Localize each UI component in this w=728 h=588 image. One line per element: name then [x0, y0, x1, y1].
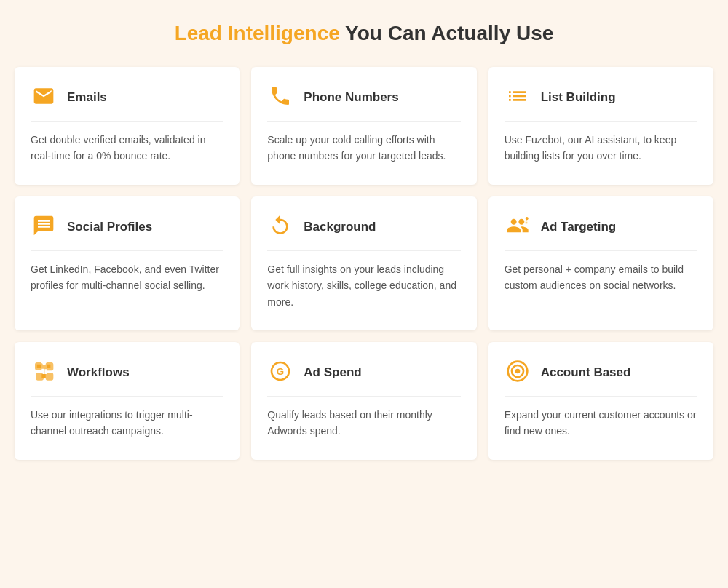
card-body-account-based: Expand your current customer accounts or… [505, 407, 697, 440]
card-header-list-building: List Building [505, 84, 697, 122]
title-rest: You Can Actually Use [340, 22, 554, 44]
card-ad-targeting: Ad Targeting Get personal + company emai… [488, 196, 713, 330]
card-emails: Emails Get double verified emails, valid… [15, 67, 240, 185]
icon-workflows [31, 359, 57, 386]
card-header-ad-spend: G Ad Spend [267, 359, 460, 397]
card-account-based: Account Based Expand your current custom… [488, 342, 713, 460]
card-title-social-profiles: Social Profiles [67, 220, 152, 234]
svg-text:G: G [277, 366, 284, 377]
icon-background [267, 214, 293, 240]
icon-social-profiles [31, 214, 57, 240]
card-title-workflows: Workflows [67, 365, 130, 380]
page-title: Lead Intelligence You Can Actually Use [15, 22, 713, 45]
title-highlight: Lead Intelligence [175, 22, 340, 44]
icon-phone-numbers [267, 84, 293, 111]
card-title-list-building: List Building [541, 90, 616, 105]
icon-account-based [505, 359, 531, 386]
feature-grid: Emails Get double verified emails, valid… [15, 67, 713, 460]
card-body-background: Get full insights on your leads includin… [267, 261, 460, 310]
card-social-profiles: Social Profiles Get LinkedIn, Facebook, … [15, 196, 240, 330]
card-header-emails: Emails [31, 84, 223, 122]
card-body-ad-targeting: Get personal + company emails to build c… [505, 261, 697, 294]
icon-emails [31, 84, 57, 111]
card-body-phone-numbers: Scale up your cold calling efforts with … [267, 132, 460, 164]
card-title-background: Background [304, 220, 376, 234]
card-title-ad-targeting: Ad Targeting [541, 220, 617, 234]
page-wrapper: Lead Intelligence You Can Actually Use E… [15, 22, 713, 460]
card-body-list-building: Use Fuzebot, our AI assistant, to keep b… [505, 132, 697, 164]
card-list-building: List Building Use Fuzebot, our AI assist… [488, 67, 713, 185]
card-body-emails: Get double verified emails, validated in… [31, 132, 223, 164]
card-workflows: Workflows Use our integrations to trigge… [15, 342, 240, 460]
svg-point-4 [515, 369, 520, 374]
icon-ad-targeting [505, 214, 531, 240]
card-header-workflows: Workflows [31, 359, 223, 397]
card-header-ad-targeting: Ad Targeting [505, 214, 697, 251]
card-title-ad-spend: Ad Spend [304, 365, 361, 380]
card-ad-spend: G Ad Spend Qualify leads based on their … [251, 342, 476, 460]
card-phone-numbers: Phone Numbers Scale up your cold calling… [251, 67, 476, 185]
card-header-social-profiles: Social Profiles [31, 214, 223, 251]
card-header-phone-numbers: Phone Numbers [267, 84, 460, 122]
card-header-background: Background [267, 214, 460, 251]
icon-ad-spend: G [267, 359, 293, 386]
svg-point-0 [525, 217, 528, 220]
card-background: Background Get full insights on your lea… [251, 196, 476, 330]
card-title-emails: Emails [67, 90, 107, 105]
card-title-phone-numbers: Phone Numbers [304, 90, 398, 105]
card-body-social-profiles: Get LinkedIn, Facebook, and even Twitter… [31, 261, 223, 294]
card-title-account-based: Account Based [541, 365, 631, 380]
card-body-ad-spend: Qualify leads based on their monthly Adw… [267, 407, 460, 440]
card-body-workflows: Use our integrations to trigger multi-ch… [31, 407, 223, 440]
card-header-account-based: Account Based [505, 359, 697, 397]
icon-list-building [505, 84, 531, 111]
